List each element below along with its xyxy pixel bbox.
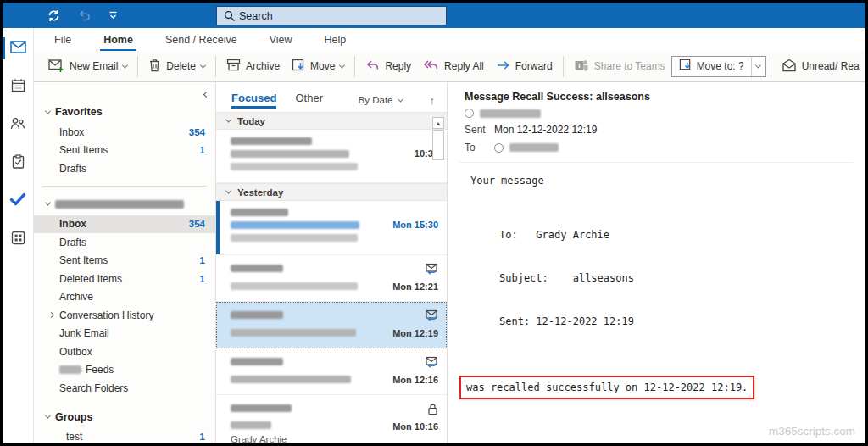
redacted-recipient-name xyxy=(509,143,559,152)
nav-tasks[interactable] xyxy=(3,153,34,173)
nav-people[interactable] xyxy=(3,114,34,135)
forward-label: Forward xyxy=(515,60,553,72)
folder-outbox[interactable]: Outbox xyxy=(34,343,215,361)
move-to-label: Move to: ? xyxy=(697,60,744,72)
nav-mail[interactable] xyxy=(3,38,34,59)
chevron-right-icon xyxy=(48,312,54,318)
redacted-account-email xyxy=(55,200,184,209)
redacted-sender xyxy=(231,265,283,272)
to-label: To xyxy=(465,142,488,153)
archive-label: Archive xyxy=(246,60,280,72)
ribbon-separator xyxy=(215,56,216,77)
tab-file[interactable]: File xyxy=(53,31,73,49)
ribbon-separator xyxy=(771,56,771,77)
nav-todo[interactable] xyxy=(3,191,34,211)
favorite-drafts[interactable]: Drafts xyxy=(34,159,215,178)
message-time: Mon 12:19 xyxy=(392,328,438,338)
lock-icon xyxy=(427,403,438,419)
sort-direction-icon[interactable]: ↑ xyxy=(430,94,436,107)
folder-inbox[interactable]: Inbox 354 xyxy=(34,215,215,234)
body-sent-line: Sent: 12-12-2022 12:19 xyxy=(499,315,854,329)
new-email-label: New Email xyxy=(70,60,118,72)
new-email-button[interactable]: New Email xyxy=(42,55,133,78)
reply-button[interactable]: Reply xyxy=(359,55,417,78)
sent-label: Sent xyxy=(465,124,488,136)
move-to-dropdown-button[interactable] xyxy=(751,57,765,76)
reply-label: Reply xyxy=(385,60,411,72)
scrollbar-thumb[interactable] xyxy=(432,130,444,160)
tab-view[interactable]: View xyxy=(268,31,294,49)
tab-focused[interactable]: Focused xyxy=(231,92,276,109)
message-row[interactable]: Mon 12:21 xyxy=(216,255,447,302)
folder-deleted-items[interactable]: Deleted Items 1 xyxy=(34,270,215,288)
unread-count: 1 xyxy=(200,432,205,442)
folder-archive[interactable]: Archive xyxy=(34,288,215,307)
group-header-today[interactable]: Today xyxy=(216,112,447,130)
share-to-teams-label: Share to Teams xyxy=(594,60,665,72)
chevron-down-icon xyxy=(45,108,51,114)
account-section-header[interactable] xyxy=(34,193,215,215)
sync-icon[interactable] xyxy=(47,8,61,23)
forward-button[interactable]: Forward xyxy=(490,55,559,78)
group-test[interactable]: test 1 xyxy=(34,428,215,444)
redacted-preview xyxy=(231,163,358,170)
chevron-down-icon xyxy=(122,62,128,68)
message-row-unread[interactable]: Mon 15:30 xyxy=(216,201,447,255)
chevron-down-icon xyxy=(45,413,51,419)
tab-send-receive[interactable]: Send / Receive xyxy=(164,31,239,49)
reading-pane: Message Recall Success: allseasons Sent … xyxy=(448,82,865,443)
message-list-scrollbar[interactable]: ▲ xyxy=(432,117,444,160)
move-to-combo[interactable]: Move to: ? xyxy=(671,56,766,77)
chevron-down-icon xyxy=(200,62,206,68)
collapse-folder-pane-icon[interactable] xyxy=(204,87,209,99)
redacted-sender xyxy=(231,209,288,216)
favorite-sent-items[interactable]: Sent Items 1 xyxy=(34,142,215,160)
customize-toolbar-icon[interactable] xyxy=(108,11,118,20)
folder-sent-items[interactable]: Sent Items 1 xyxy=(34,252,215,270)
scroll-up-icon[interactable]: ▲ xyxy=(432,117,444,129)
message-row-selected[interactable]: Mon 12:19 xyxy=(216,302,447,348)
message-row[interactable]: Mon 12:16 xyxy=(216,348,447,395)
redacted-subject xyxy=(231,421,271,429)
replied-icon xyxy=(425,263,438,279)
reply-icon xyxy=(365,59,380,75)
inbox-filter-tabs: Focused Other By Date ↑ xyxy=(216,82,447,112)
reply-all-button[interactable]: Reply All xyxy=(417,55,490,78)
tab-other[interactable]: Other xyxy=(295,92,323,109)
folder-search-folders[interactable]: Search Folders xyxy=(34,379,215,398)
tab-home[interactable]: Home xyxy=(102,31,135,49)
delete-button[interactable]: Delete xyxy=(142,55,211,78)
archive-button[interactable]: Archive xyxy=(220,55,286,78)
share-to-teams-button[interactable]: T Share to Teams xyxy=(568,55,671,78)
favorites-section-header[interactable]: Favorites xyxy=(34,101,215,123)
message-time: Mon 15:30 xyxy=(392,220,438,230)
message-row[interactable]: Grady Archie Mon 10:16 xyxy=(216,395,447,443)
folder-feeds[interactable]: Feeds xyxy=(34,361,215,380)
sort-by-date-button[interactable]: By Date xyxy=(359,95,403,105)
folder-drafts[interactable]: Drafts xyxy=(34,233,215,252)
unread-read-button[interactable]: Unread/ Rea xyxy=(776,55,865,78)
delete-label: Delete xyxy=(166,60,196,72)
groups-section-header[interactable]: Groups xyxy=(34,406,215,428)
nav-apps[interactable] xyxy=(3,229,34,249)
groups-title: Groups xyxy=(55,411,92,423)
recall-success-highlight: was recalled successfully on 12-12-2022 … xyxy=(459,376,754,399)
undo-icon[interactable] xyxy=(78,8,92,22)
message-time: Mon 12:16 xyxy=(392,375,438,385)
favorite-inbox[interactable]: Inbox 354 xyxy=(34,123,215,142)
unread-indicator xyxy=(216,201,220,254)
chevron-down-icon xyxy=(225,188,231,194)
chevron-down-icon xyxy=(225,117,231,123)
sent-line: Sent Mon 12-12-2022 12:19 xyxy=(465,124,854,136)
message-preview: Grady Archie xyxy=(231,434,425,443)
tab-help[interactable]: Help xyxy=(323,31,348,49)
folder-junk-email[interactable]: Junk Email xyxy=(34,325,215,343)
message-row[interactable]: 10:36 xyxy=(216,130,447,183)
nav-calendar[interactable] xyxy=(3,76,34,97)
group-header-yesterday[interactable]: Yesterday xyxy=(216,183,447,201)
folder-conversation-history[interactable]: Conversation History xyxy=(34,306,215,325)
unread-read-label: Unread/ Rea xyxy=(802,60,860,72)
redacted-subject xyxy=(231,221,359,229)
search-input[interactable]: Search xyxy=(216,6,447,25)
move-button[interactable]: Move xyxy=(286,55,350,78)
